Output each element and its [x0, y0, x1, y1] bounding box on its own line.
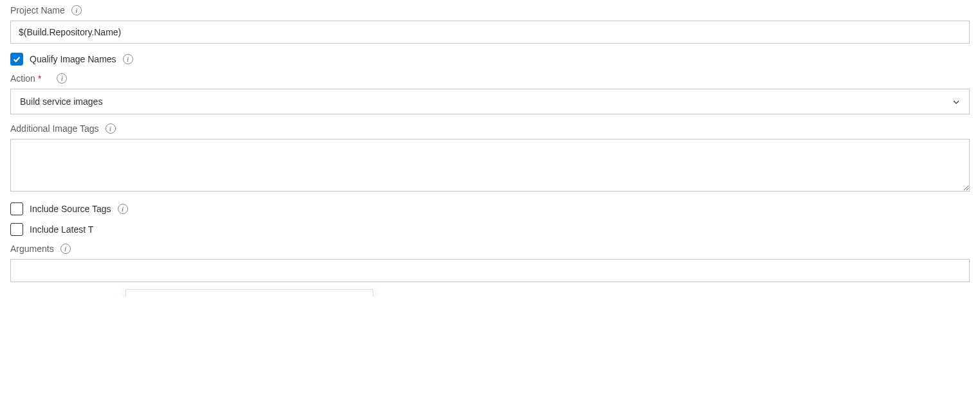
arguments-input[interactable] — [10, 259, 970, 282]
info-icon[interactable] — [118, 204, 128, 214]
chevron-down-icon — [952, 98, 960, 105]
additional-image-tags-input[interactable] — [10, 139, 970, 192]
info-icon[interactable] — [57, 73, 67, 84]
include-latest-tag-label: Include Latest T — [30, 224, 93, 235]
info-icon[interactable] — [71, 5, 82, 15]
include-source-tags-label: Include Source Tags — [30, 204, 111, 214]
additional-image-tags-label: Additional Image Tags — [10, 123, 99, 134]
action-select[interactable]: Build service images — [10, 89, 970, 114]
action-label: Action — [10, 73, 35, 84]
info-icon[interactable] — [123, 54, 133, 64]
arguments-label: Arguments — [10, 244, 54, 254]
action-selected-value: Build service images — [20, 96, 102, 107]
info-icon[interactable] — [106, 123, 116, 134]
info-icon[interactable] — [60, 244, 71, 254]
qualify-image-names-checkbox[interactable] — [10, 53, 23, 66]
include-source-tags-checkbox[interactable] — [10, 202, 23, 215]
include-latest-tag-checkbox[interactable] — [10, 223, 23, 236]
tooltip-text: Docker Compose command options. Ex: For … — [126, 290, 373, 296]
project-name-input[interactable] — [10, 21, 970, 44]
arguments-tooltip: Docker Compose command options. Ex: For … — [125, 289, 373, 296]
project-name-label: Project Name — [10, 5, 65, 15]
qualify-image-names-label: Qualify Image Names — [30, 54, 116, 64]
required-indicator: * — [38, 73, 41, 84]
